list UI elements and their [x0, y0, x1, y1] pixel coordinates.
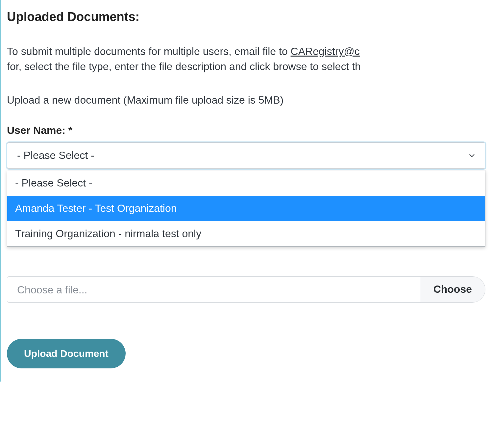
user-name-select[interactable]: - Please Select - — [7, 142, 485, 169]
instructions-line2: for, select the file type, enter the fil… — [7, 61, 361, 72]
user-name-option[interactable]: - Please Select - — [7, 170, 485, 196]
instructions-text: To submit multiple documents for multipl… — [7, 44, 490, 74]
user-name-label: User Name: * — [7, 124, 490, 137]
user-name-select-wrapper: - Please Select - — [7, 142, 485, 169]
user-name-select-value: - Please Select - — [17, 149, 94, 162]
registry-email-link[interactable]: CARegistry@c — [291, 45, 360, 57]
uploaded-documents-heading: Uploaded Documents: — [7, 10, 490, 24]
instructions-line1-prefix: To submit multiple documents for multipl… — [7, 45, 291, 57]
user-name-option[interactable]: Amanda Tester - Test Organization — [7, 196, 485, 221]
file-input[interactable]: Choose a file... — [7, 276, 420, 303]
user-name-dropdown-list: - Please Select -Amanda Tester - Test Or… — [7, 170, 485, 247]
upload-subheading: Upload a new document (Maximum file uplo… — [7, 94, 490, 106]
user-name-option[interactable]: Training Organization - nirmala test onl… — [7, 221, 485, 246]
choose-button[interactable]: Choose — [420, 276, 485, 303]
upload-document-button[interactable]: Upload Document — [7, 339, 126, 368]
file-chooser-row: Choose a file... Choose — [7, 276, 485, 303]
